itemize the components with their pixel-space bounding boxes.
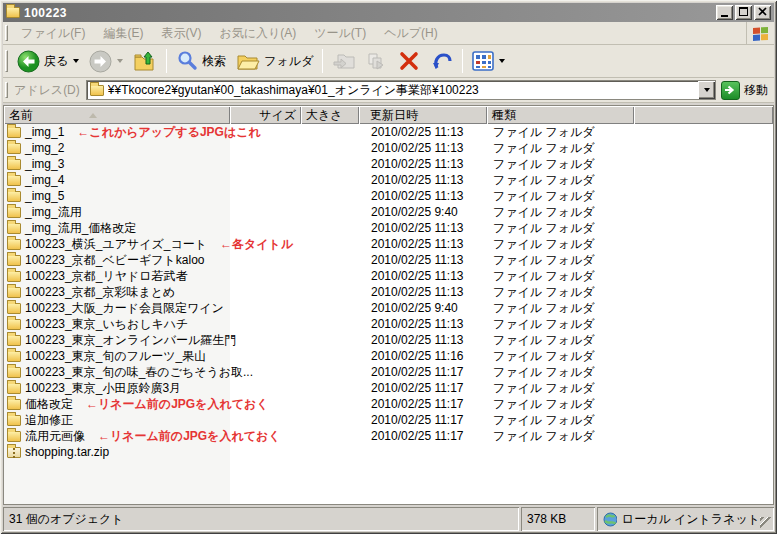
column-header-modified[interactable]: 更新日時 [359, 106, 487, 124]
menu-view[interactable]: 表示(V) [152, 22, 210, 45]
forward-button[interactable] [84, 47, 128, 75]
file-name[interactable]: 100223_東京_オンラインバール羅生門 [25, 332, 236, 348]
addressbar: アドレス(D) ¥¥Tkocore2¥gyutan¥00_takashimaya… [3, 78, 774, 103]
menu-tools[interactable]: ツール(T) [305, 22, 375, 45]
back-label: 戻る [44, 53, 68, 70]
forward-dropdown-icon[interactable] [117, 59, 123, 63]
table-row[interactable]: 100223_東京_旬の味_春のごちそうお取... 2010/02/25 11:… [4, 364, 773, 380]
table-row[interactable]: 100223_東京_小田原鈴廣3月 2010/02/25 11:17 ファイル … [4, 380, 773, 396]
up-button[interactable] [128, 47, 162, 75]
file-name[interactable]: 100223_京都_リヤドロ若武者 [25, 268, 188, 284]
file-name[interactable]: 100223_東京_旬の味_春のごちそうお取... [25, 364, 253, 380]
table-row[interactable]: 100223_東京_旬のフルーツ_果山 2010/02/25 11:16 ファイ… [4, 348, 773, 364]
table-row[interactable]: _img_3 2010/02/25 11:13 ファイル フォルダ [4, 156, 773, 172]
table-row[interactable]: shopping.tar.zip [4, 444, 773, 460]
views-button[interactable] [467, 47, 510, 75]
folder-icon [7, 191, 21, 202]
table-row[interactable]: 100223_京都_リヤドロ若武者 2010/02/25 11:13 ファイル … [4, 268, 773, 284]
file-name[interactable]: _img_5 [25, 188, 64, 204]
table-row[interactable]: 100223_大阪_カード会員限定ワイン 2010/02/25 9:40 ファイ… [4, 300, 773, 316]
address-input[interactable]: ¥¥Tkocore2¥gyutan¥00_takashimaya¥01_オンライ… [86, 80, 716, 100]
file-modified: 2010/02/25 11:13 [359, 140, 487, 156]
file-name[interactable]: _img_2 [25, 140, 64, 156]
maximize-button[interactable] [735, 5, 752, 20]
folders-label: フォルダ [264, 53, 313, 70]
file-name[interactable]: 追加修正 [25, 412, 73, 428]
folder-icon [7, 287, 21, 298]
column-header-name[interactable]: 名前 [4, 106, 230, 124]
table-row[interactable]: _img_流用 2010/02/25 9:40 ファイル フォルダ [4, 204, 773, 220]
file-name[interactable]: 100223_大阪_カード会員限定ワイン [25, 300, 224, 316]
folder-icon [7, 335, 21, 346]
file-name[interactable]: _img_流用 [25, 204, 82, 220]
folder-icon [7, 223, 21, 234]
table-row[interactable]: 100223_横浜_ユアサイズ_コート ←各タイトル 2010/02/25 11… [4, 236, 773, 252]
menu-edit[interactable]: 編集(E) [94, 22, 152, 45]
addressbar-grip[interactable] [5, 82, 8, 99]
file-name[interactable]: 100223_東京_旬のフルーツ_果山 [25, 348, 206, 364]
table-row[interactable]: 追加修正 2010/02/25 11:17 ファイル フォルダ [4, 412, 773, 428]
undo-button[interactable] [425, 47, 458, 75]
toolbar-grip[interactable] [5, 50, 8, 72]
copy-to-button[interactable] [360, 47, 393, 75]
menubar-grip[interactable] [5, 25, 8, 40]
file-name[interactable]: _img_流用_価格改定 [25, 220, 136, 236]
file-type: ファイル フォルダ [487, 348, 634, 364]
file-name[interactable]: shopping.tar.zip [25, 444, 109, 460]
address-path[interactable]: ¥¥Tkocore2¥gyutan¥00_takashimaya¥01_オンライ… [108, 82, 698, 99]
search-button[interactable]: 検索 [171, 47, 231, 75]
folder-icon [7, 415, 21, 426]
file-modified: 2010/02/25 11:13 [359, 172, 487, 188]
toolbar-separator [166, 49, 167, 73]
menu-favorites[interactable]: お気に入り(A) [210, 22, 305, 45]
file-name[interactable]: 100223_横浜_ユアサイズ_コート [25, 236, 207, 252]
file-name[interactable]: 100223_東京_いちおしキハチ [25, 316, 188, 332]
table-row[interactable]: 流用元画像 ←リネーム前のJPGを入れておく 2010/02/25 11:17 … [4, 428, 773, 444]
go-button[interactable]: 移動 [721, 81, 768, 100]
close-button[interactable] [754, 5, 771, 20]
file-name[interactable]: _img_1 [25, 124, 64, 140]
table-row[interactable]: _img_2 2010/02/25 11:13 ファイル フォルダ [4, 140, 773, 156]
table-row[interactable]: _img_4 2010/02/25 11:13 ファイル フォルダ [4, 172, 773, 188]
address-dropdown-button[interactable] [698, 81, 715, 99]
folders-button[interactable]: フォルダ [231, 47, 318, 75]
file-name[interactable]: 価格改定 [25, 396, 73, 412]
table-row[interactable]: _img_5 2010/02/25 11:13 ファイル フォルダ [4, 188, 773, 204]
titlebar[interactable]: 100223 [3, 3, 774, 22]
file-name[interactable]: 100223_京都_京彩味まとめ [25, 284, 175, 300]
move-to-button[interactable] [327, 47, 360, 75]
table-row[interactable]: _img_流用_価格改定 2010/02/25 11:13 ファイル フォルダ [4, 220, 773, 236]
resize-grip[interactable] [760, 517, 773, 530]
windows-logo-icon [746, 22, 774, 44]
column-header-dimensions[interactable]: 大きさ [301, 106, 359, 124]
file-modified: 2010/02/25 11:13 [359, 316, 487, 332]
file-name[interactable]: 流用元画像 [25, 428, 85, 444]
file-name[interactable]: 100223_京都_ベビーギフトkaloo [25, 252, 204, 268]
file-name[interactable]: 100223_東京_小田原鈴廣3月 [25, 380, 181, 396]
table-row[interactable]: 100223_京都_京彩味まとめ 2010/02/25 11:13 ファイル フ… [4, 284, 773, 300]
table-row[interactable]: _img_1 ←これからアップするJPGはこれ 2010/02/25 11:13… [4, 124, 773, 140]
file-name[interactable]: _img_4 [25, 172, 64, 188]
back-icon [17, 50, 40, 73]
address-folder-icon [90, 85, 104, 96]
menu-help[interactable]: ヘルプ(H) [375, 22, 447, 45]
column-header-type[interactable]: 種類 [487, 106, 634, 124]
folder-icon [7, 351, 21, 362]
minimize-button[interactable] [716, 5, 733, 20]
move-to-icon [332, 50, 355, 72]
views-dropdown-icon[interactable] [499, 59, 505, 63]
file-modified: 2010/02/25 11:13 [359, 188, 487, 204]
table-row[interactable]: 価格改定 ←リネーム前のJPGを入れておく 2010/02/25 11:17 フ… [4, 396, 773, 412]
table-row[interactable]: 100223_京都_ベビーギフトkaloo 2010/02/25 11:13 フ… [4, 252, 773, 268]
column-header-size[interactable]: サイズ [230, 106, 301, 124]
file-name[interactable]: _img_3 [25, 156, 64, 172]
table-row[interactable]: 100223_東京_いちおしキハチ 2010/02/25 11:13 ファイル … [4, 316, 773, 332]
back-dropdown-icon[interactable] [73, 59, 79, 63]
annotation-text: ←リネーム前のJPGを入れておく [86, 396, 269, 412]
file-type: ファイル フォルダ [487, 300, 634, 316]
folder-icon [7, 239, 21, 250]
back-button[interactable]: 戻る [12, 47, 84, 75]
menu-file[interactable]: ファイル(F) [12, 22, 94, 45]
table-row[interactable]: 100223_東京_オンラインバール羅生門 2010/02/25 11:13 フ… [4, 332, 773, 348]
delete-button[interactable] [393, 47, 425, 75]
